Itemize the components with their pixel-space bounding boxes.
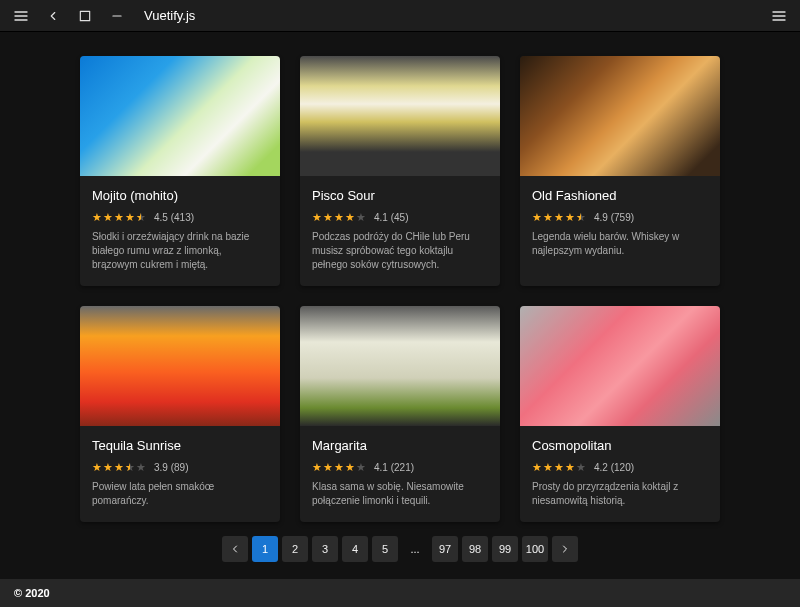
star-empty-icon: ★ [576,461,586,474]
rating-text: 4.2 (120) [594,462,634,473]
pagination-page-button[interactable]: 3 [312,536,338,562]
star-icon: ★ [312,211,322,224]
footer: © 2020 [0,579,800,607]
cocktail-card[interactable]: Old Fashioned★★★★★4.9 (759)Legenda wielu… [520,56,720,286]
rating-row: ★★★★★4.5 (413) [92,211,268,224]
pagination-page-button[interactable]: 97 [432,536,458,562]
minus-icon[interactable] [108,7,126,25]
pagination-page-button[interactable]: 100 [522,536,548,562]
star-icon: ★ [103,211,113,224]
card-image [80,306,280,426]
pagination-page-button[interactable]: 2 [282,536,308,562]
card-body: Margarita★★★★★4.1 (221)Klasa sama w sobi… [300,426,500,522]
card-image [300,56,500,176]
rating-row: ★★★★★4.1 (45) [312,211,488,224]
pagination-ellipsis: ... [402,536,428,562]
star-rating: ★★★★★ [92,461,146,474]
svg-rect-3 [80,11,89,20]
pagination: 12345...979899100 [80,536,720,562]
rating-row: ★★★★★4.9 (759) [532,211,708,224]
star-icon: ★ [345,211,355,224]
pagination-page-button[interactable]: 5 [372,536,398,562]
pagination-page-button[interactable]: 98 [462,536,488,562]
card-description: Legenda wielu barów. Whiskey w najlepszy… [532,230,708,258]
rating-text: 4.1 (45) [374,212,408,223]
pagination-page-button[interactable]: 1 [252,536,278,562]
star-icon: ★ [334,461,344,474]
card-description: Prosty do przyrządzenia koktajl z niesam… [532,480,708,508]
rating-text: 4.5 (413) [154,212,194,223]
pagination-page-button[interactable]: 99 [492,536,518,562]
star-half-icon: ★ [136,211,146,224]
star-icon: ★ [92,211,102,224]
card-description: Podczas podróży do CHile lub Peru musisz… [312,230,488,272]
pagination-next-button[interactable] [552,536,578,562]
card-description: Powiew lata pełen smakóœ pomarańczy. [92,480,268,508]
card-description: Klasa sama w sobię. Niesamowite połączen… [312,480,488,508]
card-body: Cosmopolitan★★★★★4.2 (120)Prosty do przy… [520,426,720,522]
card-image [300,306,500,426]
star-icon: ★ [565,211,575,224]
pagination-page-button[interactable]: 4 [342,536,368,562]
square-icon[interactable] [76,7,94,25]
star-icon: ★ [312,461,322,474]
card-title: Pisco Sour [312,188,488,203]
card-image [80,56,280,176]
cocktail-card[interactable]: Cosmopolitan★★★★★4.2 (120)Prosty do przy… [520,306,720,522]
star-icon: ★ [323,461,333,474]
star-empty-icon: ★ [356,211,366,224]
cocktail-card[interactable]: Pisco Sour★★★★★4.1 (45)Podczas podróży d… [300,56,500,286]
card-title: Cosmopolitan [532,438,708,453]
star-empty-icon: ★ [136,461,146,474]
star-rating: ★★★★★ [312,461,366,474]
back-arrow-icon[interactable] [44,7,62,25]
rating-text: 4.1 (221) [374,462,414,473]
star-icon: ★ [543,461,553,474]
card-body: Tequila Sunrise★★★★★3.9 (89)Powiew lata … [80,426,280,522]
star-icon: ★ [554,461,564,474]
cocktail-card[interactable]: Mojito (mohito)★★★★★4.5 (413)Słodki i or… [80,56,280,286]
star-empty-icon: ★ [356,461,366,474]
pagination-prev-button[interactable] [222,536,248,562]
star-icon: ★ [103,461,113,474]
menu-right-icon[interactable] [770,7,788,25]
rating-text: 4.9 (759) [594,212,634,223]
star-icon: ★ [554,211,564,224]
rating-text: 3.9 (89) [154,462,188,473]
card-title: Margarita [312,438,488,453]
star-rating: ★★★★★ [532,461,586,474]
star-icon: ★ [114,461,124,474]
main-content: Mojito (mohito)★★★★★4.5 (413)Słodki i or… [0,32,800,570]
star-icon: ★ [532,211,542,224]
star-icon: ★ [125,211,135,224]
cocktail-card[interactable]: Tequila Sunrise★★★★★3.9 (89)Powiew lata … [80,306,280,522]
star-icon: ★ [543,211,553,224]
card-body: Mojito (mohito)★★★★★4.5 (413)Słodki i or… [80,176,280,286]
star-icon: ★ [114,211,124,224]
card-image [520,306,720,426]
rating-row: ★★★★★4.1 (221) [312,461,488,474]
cocktail-card[interactable]: Margarita★★★★★4.1 (221)Klasa sama w sobi… [300,306,500,522]
topbar: Vuetify.js [0,0,800,32]
star-icon: ★ [92,461,102,474]
card-image [520,56,720,176]
star-rating: ★★★★★ [532,211,586,224]
star-icon: ★ [334,211,344,224]
hamburger-menu-icon[interactable] [12,7,30,25]
star-icon: ★ [565,461,575,474]
card-body: Old Fashioned★★★★★4.9 (759)Legenda wielu… [520,176,720,272]
star-half-icon: ★ [125,461,135,474]
card-grid: Mojito (mohito)★★★★★4.5 (413)Słodki i or… [80,56,720,522]
card-title: Tequila Sunrise [92,438,268,453]
card-title: Mojito (mohito) [92,188,268,203]
star-icon: ★ [532,461,542,474]
star-half-icon: ★ [576,211,586,224]
star-rating: ★★★★★ [312,211,366,224]
app-title: Vuetify.js [144,8,195,23]
card-description: Słodki i orzeźwiający drink na bazie bia… [92,230,268,272]
copyright-text: © 2020 [14,587,50,599]
star-icon: ★ [345,461,355,474]
card-body: Pisco Sour★★★★★4.1 (45)Podczas podróży d… [300,176,500,286]
card-title: Old Fashioned [532,188,708,203]
star-icon: ★ [323,211,333,224]
